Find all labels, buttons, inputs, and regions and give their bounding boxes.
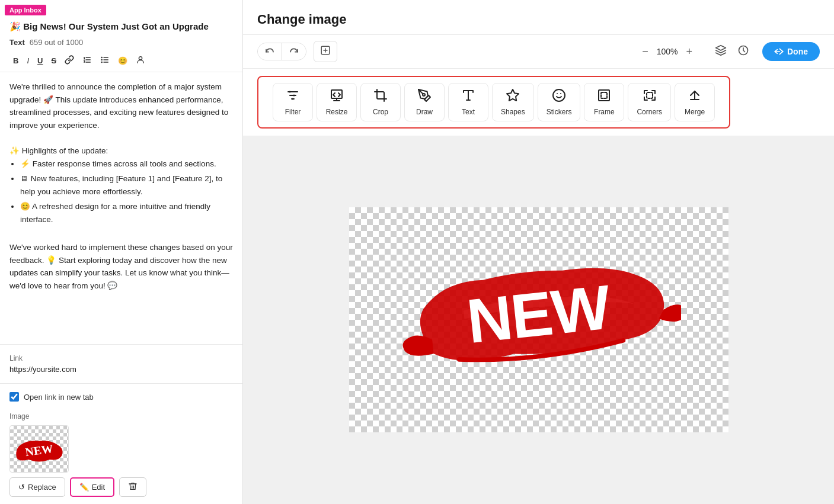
content-paragraph1: We're thrilled to announce the completio… [9,81,233,131]
draw-label: Draw [416,108,433,116]
tool-text[interactable]: Text [448,83,488,121]
post-title: 🎉 Big News! Our System Just Got an Upgra… [0,15,242,36]
image-thumbnail: NEW [9,425,69,473]
svg-line-17 [779,49,782,52]
text-icon [461,88,475,105]
right-header: Change image [243,0,834,35]
zoom-out-button[interactable]: − [638,44,652,59]
link-button[interactable] [61,53,78,68]
edit-button[interactable]: ✏️ Edit [70,477,114,497]
open-new-tab-label: Open link in new tab [24,393,94,402]
change-image-title: Change image [257,12,820,27]
tool-merge[interactable]: Merge [675,83,715,121]
left-panel: App Inbox 🎉 Big News! Our System Just Go… [0,0,243,504]
tool-frame[interactable]: Frame [584,83,624,121]
redo-button[interactable] [282,43,306,60]
done-button[interactable]: Done [762,42,820,61]
done-label: Done [787,47,808,56]
link-section: Link https://yoursite.com [0,348,242,380]
tool-crop[interactable]: Crop [360,83,401,121]
tool-stickers[interactable]: Stickers [538,83,581,121]
italic-button[interactable]: I [23,54,33,67]
zoom-percent: 100% [657,47,678,56]
tool-draw[interactable]: Draw [404,83,445,121]
crop-icon [373,88,388,105]
divider-1 [0,344,242,345]
replace-icon: ↺ [18,483,25,492]
tool-corners[interactable]: Corners [628,83,671,121]
highlight-item-3: 😊 A refreshed design for a more intuitiv… [20,200,233,226]
filter-icon [286,88,300,105]
text-label: Text [9,38,25,47]
add-image-button[interactable] [314,41,337,62]
image-actions: ↺ Replace ✏️ Edit [9,477,233,504]
ordered-list-button[interactable] [79,53,95,68]
highlights-title: ✨ Highlights of the update: [9,145,233,158]
right-panel: Change image − 100% + [243,0,834,504]
merge-label: Merge [685,108,705,116]
tool-shapes[interactable]: Shapes [492,83,534,121]
underline-button[interactable]: U [34,54,46,67]
image-canvas: NEW [349,207,728,432]
highlights-list: ⚡ Faster response times across all tools… [9,158,233,226]
zoom-in-button[interactable]: + [682,44,696,59]
frame-label: Frame [594,108,615,116]
edit-label: Edit [92,483,105,492]
tool-resize[interactable]: Resize [317,83,357,121]
layers-button[interactable] [712,42,729,62]
content-paragraph2: We've worked hard to implement these cha… [9,241,233,292]
divider-2 [0,383,242,384]
crop-label: Crop [373,108,388,116]
draw-icon [417,88,432,105]
corners-icon [643,88,657,105]
bold-button[interactable]: B [9,54,22,67]
mention-button[interactable] [132,53,149,68]
zoom-controls: − 100% + [638,44,696,59]
svg-point-9 [139,57,142,60]
image-label: Image [9,412,233,420]
resize-icon [330,88,344,105]
highlight-item-1: ⚡ Faster response times across all tools… [20,158,233,171]
edit-icon: ✏️ [79,483,89,492]
replace-label: Replace [28,483,56,492]
emoji-button[interactable]: 😊 [114,54,131,67]
svg-line-18 [779,52,782,54]
open-new-tab-row: Open link in new tab [0,387,242,406]
undo-redo-controls [257,43,306,60]
strike-button[interactable]: S [47,54,60,67]
merge-icon [688,88,702,105]
svg-point-8 [101,62,102,62]
frame-icon [597,88,611,105]
tool-filter[interactable]: Filter [273,83,313,121]
svg-point-6 [101,57,102,57]
stickers-icon [552,88,566,105]
link-value: https://yoursite.com [9,365,233,374]
history-button[interactable] [735,42,752,62]
app-inbox-badge[interactable]: App Inbox [5,5,46,15]
replace-button[interactable]: ↺ Replace [9,477,65,497]
delete-icon [128,481,138,493]
delete-button[interactable] [119,477,146,497]
image-section: Image NEW ↺ Replace ✏️ Edit [0,406,242,504]
text-count-row: Text 659 out of 1000 [0,36,242,49]
shapes-label: Shapes [501,108,525,116]
svg-point-28 [423,94,425,96]
svg-rect-35 [601,92,607,98]
unordered-list-button[interactable] [97,53,113,68]
text-label: Text [462,108,475,116]
svg-rect-34 [599,90,609,101]
undo-button[interactable] [258,43,282,60]
shapes-icon [506,88,520,105]
svg-point-23 [293,95,295,97]
svg-rect-36 [647,92,653,98]
svg-marker-14 [716,45,726,50]
content-area: We're thrilled to announce the completio… [0,72,242,341]
image-tools-bar: Filter Resize Crop Draw Text [257,76,730,129]
editor-extra-icons: Done [712,42,820,62]
open-new-tab-checkbox[interactable] [9,392,19,402]
svg-point-7 [101,59,102,60]
highlight-item-2: 🖥 New features, including [Feature 1] an… [20,172,233,198]
text-toolbar: B I U S 😊 [0,49,242,72]
resize-label: Resize [326,108,348,116]
text-count-value: 659 out of 1000 [30,38,83,47]
